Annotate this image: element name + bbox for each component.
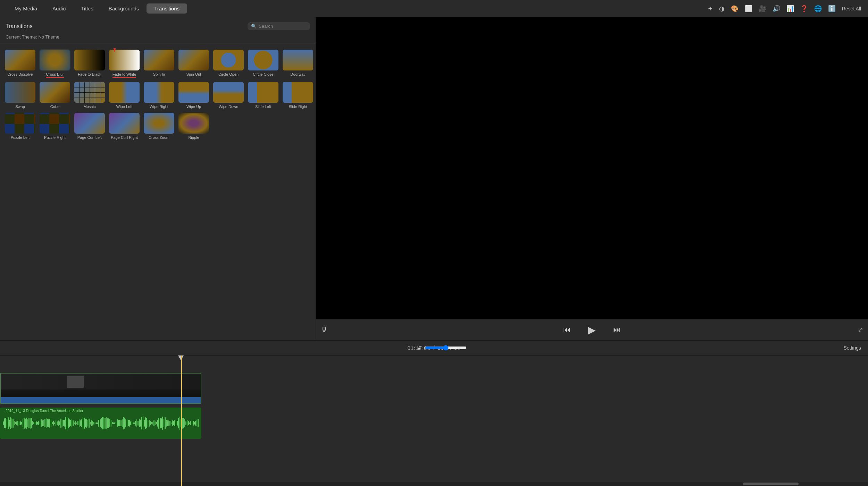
chart-icon[interactable]: 📊 [786,5,794,12]
transition-item-spin-in[interactable]: Spin In [142,48,176,79]
tab-backgrounds[interactable]: Backgrounds [101,3,147,14]
waveform-bar [153,420,155,426]
waveform-bar [133,422,134,424]
waveform-bar [149,420,150,427]
transition-thumb-cross-zoom [144,113,174,134]
tab-transitions[interactable]: Transitions [147,3,187,14]
waveform-bar [137,421,139,426]
waveform-bar [158,418,159,429]
waveform-bar [36,421,37,425]
waveform-bar [148,420,149,427]
waveform-bar [38,421,39,425]
waveform-bar [146,418,147,429]
waveform-bar [83,417,84,430]
top-nav: My Media Audio Titles Backgrounds Transi… [0,0,868,17]
transition-thumb-circle-close [248,50,278,70]
waveform-bar [76,422,77,424]
transition-item-cube[interactable]: Cube [38,81,72,110]
waveform-bar [40,422,41,424]
waveform-bar [129,420,130,427]
info-icon[interactable]: ℹ️ [828,5,836,12]
transition-item-spin-out[interactable]: Spin Out [177,48,210,79]
transition-item-ripple[interactable]: Ripple [177,111,210,141]
waveform-bar [183,418,184,428]
transition-label-ripple: Ripple [188,135,199,140]
waveform-bar [173,421,174,425]
transition-item-slide-right[interactable]: Slide Right [281,81,315,110]
question-icon[interactable]: ❓ [800,5,808,12]
waveform-bar [42,420,43,426]
waveform-bar [111,420,112,427]
transition-item-circle-close[interactable]: Circle Close [247,48,280,79]
waveform-bar [4,418,5,428]
waveform-bar [23,419,24,427]
tab-audio[interactable]: Audio [45,3,73,14]
transition-item-fade-to-white[interactable]: Fade to White [108,48,141,79]
transition-item-puzzle-left[interactable]: Puzzle Left [3,111,37,141]
timeline-content: – 2019_11_13 Douglas Taurel The American… [0,355,868,486]
waveform-bar [161,418,162,428]
transition-item-circle-open[interactable]: Circle Open [212,48,245,79]
audio-track[interactable]: – 2019_11_13 Douglas Taurel The American… [0,408,201,439]
transition-item-wipe-up[interactable]: Wipe Up [177,81,210,110]
expand-button[interactable]: ⤢ [858,326,863,334]
enhance-icon[interactable]: ◑ [719,5,725,12]
waveform-bar [184,419,185,427]
transition-item-wipe-right[interactable]: Wipe Right [142,81,176,110]
waveform-bar [37,422,38,425]
search-box[interactable]: 🔍 [248,22,310,30]
crop-icon[interactable]: ⬜ [745,5,752,12]
color-wheel-icon[interactable]: 🎨 [731,5,738,12]
globe-icon[interactable]: 🌐 [814,5,822,12]
tab-my-media[interactable]: My Media [7,3,45,14]
waveform-bar [189,422,190,424]
timeline-slider-area: ▲ [417,345,467,351]
tab-titles[interactable]: Titles [73,3,101,14]
waveform-bar [62,420,63,427]
transition-item-cross-blur[interactable]: Cross Blur [38,48,72,79]
transition-thumb-fade-to-white [109,50,140,70]
play-button[interactable]: ▶ [588,324,596,336]
waveform-bar [26,418,27,429]
waveform-bar [190,421,191,425]
transition-item-slide-left[interactable]: Slide Left [247,81,280,110]
timeline-scrollbar[interactable] [0,482,868,486]
search-input[interactable] [259,24,304,29]
timeline-zoom-slider[interactable] [425,345,467,351]
video-camera-icon[interactable]: 🎥 [759,5,766,12]
transition-item-page-curl-right[interactable]: Page Curl Right [108,111,141,141]
waveform-bar [130,421,131,425]
transition-item-wipe-left[interactable]: Wipe Left [108,81,141,110]
transition-item-doorway[interactable]: Doorway [281,48,315,79]
waveform-bar [31,418,32,428]
transition-item-cross-dissolve[interactable]: Cross Dissolve [3,48,37,79]
skip-forward-button[interactable]: ⏭ [613,325,621,334]
waveform-bar [46,418,47,428]
reset-all-button[interactable]: Reset All [842,6,861,11]
waveform-bar [164,419,165,428]
transition-item-swap[interactable]: Swap [3,81,37,110]
waveform-bar [21,422,22,424]
waveform-bar [11,418,12,428]
skip-back-button[interactable]: ⏮ [563,325,571,334]
settings-button[interactable]: Settings [843,345,861,351]
transition-item-wipe-down[interactable]: Wipe Down [212,81,245,110]
waveform-bar [156,422,157,424]
transition-item-mosaic[interactable]: Mosaic [73,81,106,110]
transition-item-puzzle-right[interactable]: Puzzle Right [38,111,72,141]
microphone-button[interactable]: 🎙 [321,326,328,334]
transition-item-cross-zoom[interactable]: Cross Zoom [142,111,176,141]
video-track[interactable] [0,373,201,404]
scrollbar-thumb[interactable] [743,483,799,485]
transition-thumb-fade-to-black [74,50,105,70]
magic-wand-icon[interactable]: ✦ [708,5,713,12]
waveform-bar [150,421,151,425]
waveform-bar [74,422,75,424]
transition-item-fade-to-black[interactable]: Fade to Black [73,48,106,79]
transition-thumb-cross-blur [40,50,70,70]
volume-icon[interactable]: 🔊 [773,5,780,12]
transition-item-page-curl-left[interactable]: Page Curl Left [73,111,106,141]
transition-thumb-page-curl-left [74,113,105,134]
waveform-bar [194,422,195,424]
waveform-bar [7,419,8,428]
